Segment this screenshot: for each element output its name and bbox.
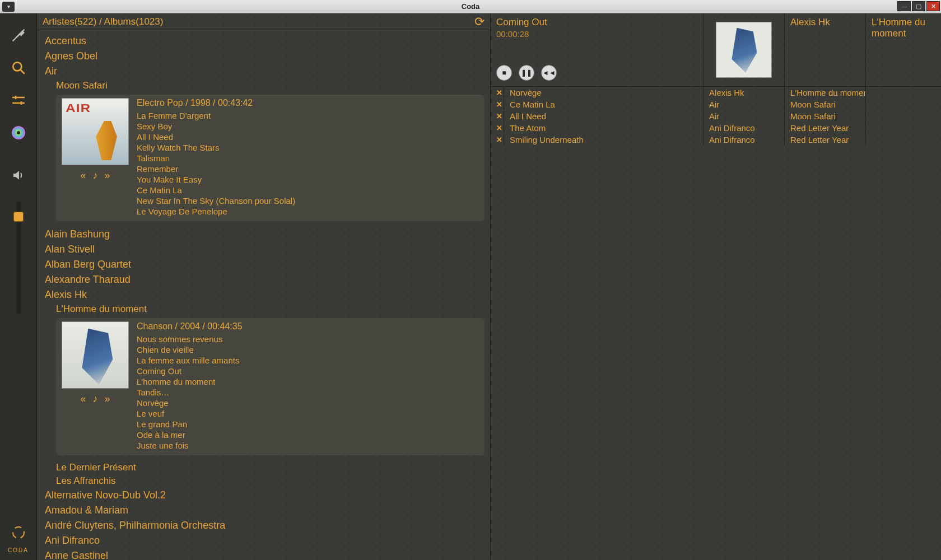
track-row[interactable]: Remember [137, 164, 479, 174]
disc-icon[interactable] [9, 123, 28, 142]
track-row[interactable]: Sexy Boy [137, 121, 479, 132]
artist-row[interactable]: Alain Bashung [40, 227, 490, 242]
artist-row[interactable]: Alban Berg Quartet [40, 257, 490, 272]
volume-slider[interactable] [16, 202, 21, 314]
album-title[interactable]: L'Homme du moment [40, 302, 490, 316]
album-meta: Electro Pop / 1998 / 00:43:42 [137, 98, 479, 108]
queue-remove-icon[interactable]: ✕ [491, 99, 504, 110]
app-logo-icon [10, 524, 27, 545]
track-row[interactable]: La Femme D'argent [137, 110, 479, 121]
play-icon[interactable]: ♪ [93, 170, 98, 181]
queue-title: All I Need [504, 110, 704, 122]
album-title[interactable]: Les Affranchis [40, 474, 490, 488]
queue-remove-icon[interactable]: ✕ [491, 123, 504, 133]
stop-button[interactable]: ■ [496, 65, 512, 81]
settings-icon[interactable] [9, 26, 28, 45]
prev-icon[interactable]: « [80, 393, 86, 405]
svg-point-3 [13, 527, 24, 538]
search-icon[interactable] [9, 58, 28, 77]
queue-row[interactable]: ✕Ce Matin LaAirMoon Safari [491, 99, 941, 110]
speaker-icon[interactable] [9, 166, 28, 185]
artist-row[interactable]: Anne Gastinel [40, 548, 490, 560]
player-pane: Coming Out 00:00:28 ■ ❚❚ ◄◄ Alexis Hk L'… [491, 13, 941, 560]
queue-album: Red Letter Year [785, 122, 866, 134]
track-row[interactable]: Chien de vieille [137, 344, 479, 355]
queue-artist: Alexis Hk [704, 87, 785, 99]
equalizer-icon[interactable] [9, 91, 28, 110]
library-scroll[interactable]: AccentusAgnes ObelAirMoon Safari«♪»Elect… [37, 30, 490, 560]
track-row[interactable]: Le grand Pan [137, 419, 479, 430]
album-meta: Chanson / 2004 / 00:44:35 [137, 321, 479, 332]
track-row[interactable]: Ce Matin La [137, 185, 479, 195]
refresh-icon[interactable]: ⟳ [474, 15, 485, 29]
track-row[interactable]: Juste une fois [137, 440, 479, 451]
queue-artist: Ani Difranco [704, 134, 785, 146]
track-row[interactable]: Le Voyage De Penelope [137, 206, 479, 217]
minimize-button[interactable]: — [897, 1, 911, 11]
album-title[interactable]: Moon Safari [40, 79, 490, 92]
queue-title: Ce Matin La [504, 99, 704, 110]
queue-row[interactable]: ✕NorvègeAlexis HkL'Homme du moment [491, 87, 941, 99]
artist-row[interactable]: Alexis Hk [40, 287, 490, 302]
prev-button[interactable]: ◄◄ [541, 65, 557, 81]
queue-title: Smiling Underneath [504, 134, 704, 146]
album-card: «♪»Electro Pop / 1998 / 00:43:42La Femme… [56, 95, 485, 221]
queue-list: ✕NorvègeAlexis HkL'Homme du moment✕Ce Ma… [491, 87, 941, 560]
track-row[interactable]: You Make It Easy [137, 174, 479, 185]
artist-row[interactable]: Alan Stivell [40, 242, 490, 257]
album-title[interactable]: Le Dernier Présent [40, 461, 490, 474]
queue-remove-icon[interactable]: ✕ [491, 111, 504, 122]
track-row[interactable]: Norvège [137, 398, 479, 408]
window-title: Coda [0, 2, 941, 11]
track-row[interactable]: Nous sommes revenus [137, 334, 479, 344]
library-breadcrumb[interactable]: Artistes(522) / Albums(1023) [43, 16, 163, 27]
library-pane: Artistes(522) / Albums(1023) ⟳ AccentusA… [37, 13, 491, 560]
album-cover [62, 98, 129, 165]
queue-artist: Air [704, 110, 785, 122]
play-icon[interactable]: ♪ [93, 393, 98, 405]
artist-row[interactable]: Amadou & Mariam [40, 503, 490, 518]
track-row[interactable]: La femme aux mille amants [137, 355, 479, 366]
artist-row[interactable]: Alexandre Tharaud [40, 272, 490, 287]
track-row[interactable]: All I Need [137, 132, 479, 142]
track-row[interactable]: Le veuf [137, 408, 479, 419]
next-icon[interactable]: » [105, 170, 110, 181]
queue-row[interactable]: ✕The AtomAni DifrancoRed Letter Year [491, 122, 941, 134]
next-icon[interactable]: » [105, 393, 110, 405]
window-titlebar: ▾ Coda — ▢ ✕ [0, 0, 941, 13]
queue-album: Moon Safari [785, 99, 866, 110]
pause-button[interactable]: ❚❚ [519, 65, 534, 81]
maximize-button[interactable]: ▢ [912, 1, 925, 11]
track-row[interactable]: Tandis… [137, 387, 479, 398]
track-row[interactable]: Ode à la mer [137, 430, 479, 440]
now-playing-artist: Alexis Hk [790, 17, 860, 28]
svg-point-0 [13, 62, 21, 71]
queue-artist: Ani Difranco [704, 122, 785, 134]
queue-album: Moon Safari [785, 110, 866, 122]
track-row[interactable]: Kelly Watch The Stars [137, 142, 479, 153]
artist-row[interactable]: Agnes Obel [40, 49, 490, 64]
album-card: «♪»Chanson / 2004 / 00:44:35Nous sommes … [56, 318, 485, 455]
artist-row[interactable]: Alternative Novo-Dub Vol.2 [40, 488, 490, 503]
artist-row[interactable]: Accentus [40, 34, 490, 49]
queue-remove-icon[interactable]: ✕ [491, 134, 504, 145]
artist-row[interactable]: André Cluytens, Philharmonia Orchestra [40, 518, 490, 533]
now-playing-time: 00:00:28 [496, 29, 697, 39]
artist-row[interactable]: Ani Difranco [40, 533, 490, 548]
track-row[interactable]: Talisman [137, 153, 479, 164]
track-row[interactable]: L'homme du moment [137, 376, 479, 387]
prev-icon[interactable]: « [80, 170, 86, 181]
track-row[interactable]: New Star In The Sky (Chanson pour Solal) [137, 195, 479, 206]
album-cover [62, 321, 129, 389]
artist-row[interactable]: Air [40, 64, 490, 79]
svg-point-2 [17, 131, 20, 134]
now-playing-title: Coming Out [496, 17, 697, 28]
queue-remove-icon[interactable]: ✕ [491, 87, 504, 98]
queue-row[interactable]: ✕Smiling UnderneathAni DifrancoRed Lette… [491, 134, 941, 146]
volume-thumb[interactable] [13, 212, 24, 222]
queue-row[interactable]: ✕All I NeedAirMoon Safari [491, 110, 941, 122]
queue-album: Red Letter Year [785, 134, 866, 146]
close-button[interactable]: ✕ [926, 1, 940, 11]
track-row[interactable]: Coming Out [137, 366, 479, 376]
queue-title: The Atom [504, 122, 704, 134]
